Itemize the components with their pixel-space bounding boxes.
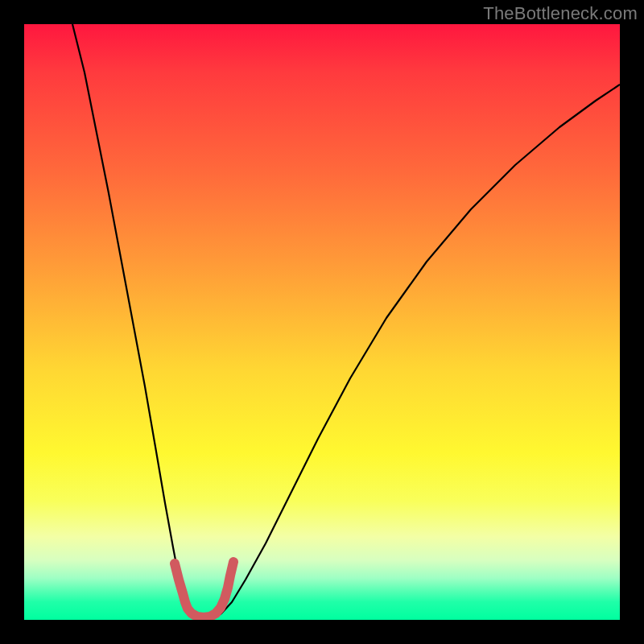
series-trough-marker <box>175 562 233 617</box>
series-left-branch <box>72 24 197 618</box>
chart-svg <box>24 24 620 620</box>
chart-frame: TheBottleneck.com <box>0 0 644 644</box>
plot-area <box>24 24 620 620</box>
watermark-text: TheBottleneck.com <box>483 3 638 24</box>
series-right-branch <box>213 85 620 618</box>
